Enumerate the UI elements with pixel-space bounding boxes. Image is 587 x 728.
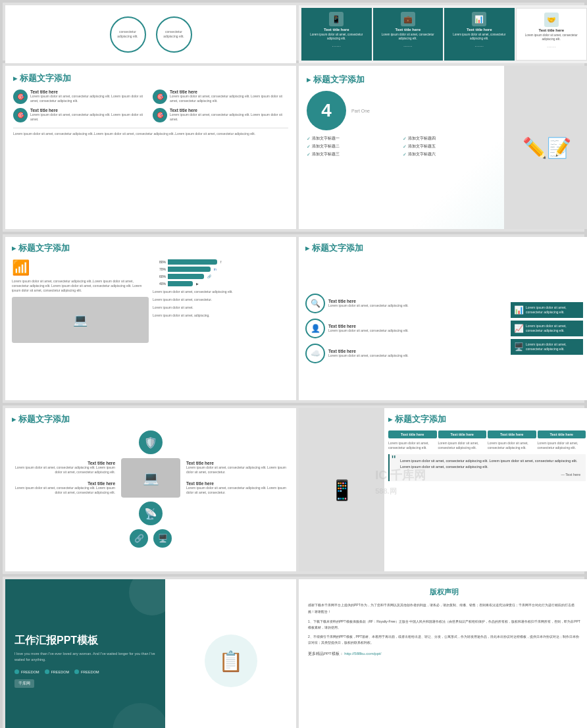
s3r-right-col: 📊 Lorem ipsum dolor sit amet, consectetu…	[511, 259, 583, 398]
s3r-icon-1: 🔍	[305, 294, 325, 313]
s3r-item-3: ☁️ Text title here Lorem ipsum dolor sit…	[305, 344, 507, 363]
slide-4-left: 标题文字添加 Text title here Lorem ipsum dolor…	[5, 408, 296, 571]
top-card-4: 🤝 Text title here Lorem ipsum dolor sit …	[516, 8, 588, 61]
s3r-layout: 🔍 Text title here Lorem ipsum dolor sit …	[305, 259, 583, 398]
top-card-icon-1: 📱	[329, 12, 344, 26]
s3l-bars: 80% f 70% in 60%	[153, 259, 290, 286]
slide-4-left-title: 标题文字添加	[12, 413, 290, 425]
s3r-left-col: 🔍 Text title here Lorem ipsum dolor sit …	[305, 259, 507, 398]
s3l-intro: Lorem ipsum dolor sit amet, consectetur …	[12, 279, 149, 293]
s3r-box-icon-3: 🖥️	[514, 342, 524, 351]
s4l-shield-icon: 🛡️	[139, 430, 163, 454]
row-5: 工作汇报PPT模板 I love you more than I've ever…	[3, 577, 584, 728]
s4r-card-4: Text title here	[538, 430, 586, 438]
s4l-left-col: Text title here Lorem ipsum dolor sit am…	[12, 461, 115, 495]
s4r-card-bodies: Lorem ipsum dolor sit amet, consectetur …	[388, 441, 586, 450]
s2r-check-2: 添加文字标题二	[307, 143, 401, 149]
s3r-label-2: Text title here	[328, 324, 409, 328]
s3r-item-2: 👤 Text title here Lorem ipsum dolor sit …	[305, 319, 507, 338]
top-card-icon-2: 💼	[401, 12, 415, 26]
s4l-right-item-1: Text title here Lorem ipsum dolor sit am…	[186, 461, 290, 475]
top-card-dots-2: ......	[403, 42, 412, 48]
s2r-main: 标题文字添加 4 Part One 添加文字标题一 添加文字标题四 添加文字标题…	[299, 66, 504, 229]
slide-3-left: 标题文字添加 📶 Lorem ipsum dolor sit amet, con…	[5, 237, 296, 400]
wifi-icon: 📶	[12, 259, 149, 276]
s2r-photo: ✏️📝	[504, 66, 587, 229]
top-card-dots-4: ......	[547, 43, 555, 49]
s3r-box-1: 📊 Lorem ipsum dolor sit amet, consectetu…	[511, 302, 583, 318]
s4l-center-col: 🛡️ 💻 📡	[118, 430, 184, 525]
s5-badge-2: FREEDOM	[45, 669, 70, 674]
s3r-body-3: Lorem ipsum dolor sit amet, consectetur …	[328, 353, 409, 358]
bar-row-1: 80% f	[153, 259, 290, 265]
s3r-body-2: Lorem ipsum dolor sit amet, consectetur …	[328, 328, 409, 333]
row-3: 标题文字添加 📶 Lorem ipsum dolor sit amet, con…	[3, 234, 584, 403]
s2l-item-2: 🎯 Text title here Lorem ipsum dolor sit …	[153, 90, 288, 104]
s3l-layout: 📶 Lorem ipsum dolor sit amet, consectetu…	[12, 259, 290, 343]
copyright-link-url: http://588ku.com/ppt/	[344, 652, 381, 656]
quote-box: " Lorem ipsum dolor sit amet, consectetu…	[388, 454, 586, 481]
s2l-label-3: Text title here	[30, 108, 149, 113]
top-card-title-1: Text title here	[324, 28, 349, 32]
s3r-box-body-2: Lorem ipsum dolor sit amet, consectetur …	[526, 324, 580, 333]
s2r-check-4: 添加文字标题四	[403, 136, 497, 142]
s5-layout: 工作汇报PPT模板 I love you more than I've ever…	[5, 579, 296, 728]
row-4: 标题文字添加 Text title here Lorem ipsum dolor…	[3, 405, 584, 574]
s4r-card-1: Text title here	[388, 430, 437, 438]
social-li: 🔗	[207, 274, 211, 278]
s2l-icon-2: 🎯	[153, 90, 167, 104]
laptop-center-image: 💻	[121, 458, 180, 498]
slide-2-left: 标题文字添加 🎯 Text title here Lorem ipsum dol…	[5, 66, 296, 229]
bar-row-4: 40% ▶	[153, 281, 290, 286]
s4r-card-body-2: Lorem ipsum dolor sit amet, consectetur …	[438, 441, 487, 450]
s3r-box-icon-1: 📊	[514, 305, 524, 315]
copyright-link-row: 更多精品PPT模板： http://588ku.com/ppt/	[308, 651, 580, 657]
s4r-card-body-3: Lorem ipsum dolor sit amet, consectetur …	[488, 441, 536, 450]
social-yt: ▶	[196, 282, 199, 286]
s5r-section: 版权声明 感谢下载本千库网平台上提供的PPT作为，为了您和千库网以及其他创作者的…	[299, 579, 587, 665]
s2r-check-6: 添加文字标题六	[403, 151, 497, 157]
top-card-body-1: Lorem ipsum dolor sit amet, consectetur …	[304, 33, 369, 41]
bar-row-2: 70% in	[153, 267, 290, 272]
top-card-icon-3: 📊	[472, 12, 486, 26]
s4r-cards-row: Text title here Text title here Text tit…	[388, 430, 586, 438]
slide-5-right: 版权声明 感谢下载本千库网平台上提供的PPT作为，为了您和千库网以及其他创作者的…	[299, 579, 587, 728]
s4r-card-2: Text title here	[438, 430, 487, 438]
top-card-title-4: Text title here	[538, 28, 564, 32]
top-card-dots-1: ......	[332, 42, 341, 48]
slide-2-right-title: 标题文字添加	[307, 74, 496, 86]
s5-main-title: 工作汇报PPT模板	[14, 634, 156, 648]
s2l-footer-text: Lorem ipsum dolor sit amet, consectetur …	[13, 132, 288, 136]
s4l-left-label-1: Text title here	[12, 461, 115, 465]
s2r-check-5: 添加文字标题五	[403, 143, 497, 149]
s5-teal-panel: 工作汇报PPT模板 I love you more than I've ever…	[5, 579, 165, 728]
s4l-right-label-1: Text title here	[186, 461, 290, 465]
s5-badge-3: FREEDOM	[74, 669, 99, 674]
s4l-left-label-2: Text title here	[12, 481, 115, 486]
s3r-item-1: 🔍 Text title here Lorem ipsum dolor sit …	[305, 294, 507, 313]
quote-text: Lorem ipsum dolor sit amet, consectetur …	[400, 459, 577, 469]
slide-4-right-title: 标题文字添加	[388, 413, 586, 425]
badge-label-1: FREEDOM	[21, 670, 39, 674]
top-card-1: 📱 Text title here Lorem ipsum dolor sit …	[301, 8, 372, 61]
top-card-3: 📊 Text title here Lorem ipsum dolor sit …	[444, 8, 515, 61]
row-2: 标题文字添加 🎯 Text title here Lorem ipsum dol…	[3, 63, 584, 232]
s2l-body-4: Lorem ipsum dolor sit amet, consectetur …	[170, 113, 288, 122]
quote-author: — Text here	[400, 472, 580, 478]
s3r-box-3: 🖥️ Lorem ipsum dolor sit amet, consectet…	[511, 339, 583, 355]
slide-3-right-title: 标题文字添加	[305, 242, 583, 254]
s3l-right-col: 80% f 70% in 60%	[153, 259, 290, 343]
s5-white-panel: 📋	[165, 579, 296, 728]
s4r-card-body-4: Lorem ipsum dolor sit amet, consectetur …	[538, 441, 586, 450]
slide-top-left: consectetur adipiscing elit. consectetur…	[5, 5, 296, 63]
s2l-item-4: 🎯 Text title here Lorem ipsum dolor sit …	[153, 108, 288, 122]
s4r-content: 标题文字添加 Text title here Text title here T…	[384, 408, 587, 571]
phone-image: 📱	[299, 408, 384, 571]
s2r-checklist: 添加文字标题一 添加文字标题四 添加文字标题二 添加文字标题五 添加文字标题三 …	[307, 136, 496, 157]
s4l-right-item-2: Text title here Lorem ipsum dolor sit am…	[186, 481, 290, 495]
badge-label-3: FREEDOM	[81, 670, 99, 674]
s5-badges-row: FREEDOM FREEDOM FREEDOM	[14, 669, 156, 674]
s4l-left-body-1: Lorem ipsum dolor sit amet, consectetur …	[12, 465, 115, 475]
bar-fill-4	[168, 281, 193, 286]
s4l-right-col: Text title here Lorem ipsum dolor sit am…	[186, 461, 290, 495]
